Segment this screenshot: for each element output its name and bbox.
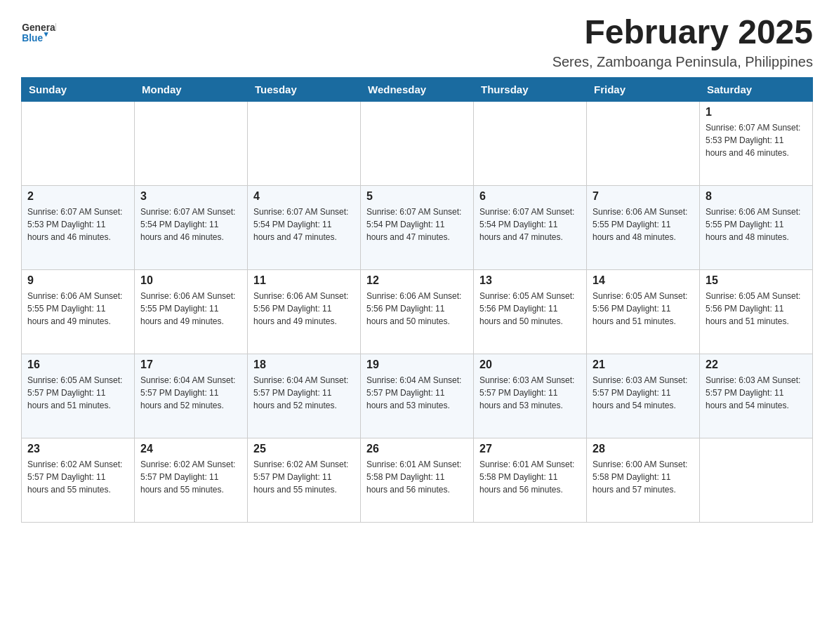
day-number: 28	[593, 443, 694, 455]
day-info: Sunrise: 6:06 AM Sunset: 5:55 PM Dayligh…	[140, 290, 241, 328]
weekday-header-monday: Monday	[135, 77, 248, 101]
week-row-5: 23Sunrise: 6:02 AM Sunset: 5:57 PM Dayli…	[22, 438, 813, 522]
day-info: Sunrise: 6:05 AM Sunset: 5:56 PM Dayligh…	[479, 290, 581, 328]
day-number: 12	[366, 274, 468, 287]
week-row-1: 1Sunrise: 6:07 AM Sunset: 5:53 PM Daylig…	[22, 101, 813, 185]
day-info: Sunrise: 6:05 AM Sunset: 5:56 PM Dayligh…	[593, 290, 694, 328]
day-number: 5	[366, 190, 468, 203]
day-number: 17	[140, 358, 241, 371]
calendar-cell: 23Sunrise: 6:02 AM Sunset: 5:57 PM Dayli…	[22, 438, 135, 522]
calendar-cell: 1Sunrise: 6:07 AM Sunset: 5:53 PM Daylig…	[700, 101, 813, 185]
calendar-cell	[700, 438, 813, 522]
calendar-cell	[135, 101, 248, 185]
day-info: Sunrise: 6:07 AM Sunset: 5:53 PM Dayligh…	[706, 121, 807, 159]
day-number: 26	[366, 443, 468, 455]
calendar-cell: 26Sunrise: 6:01 AM Sunset: 5:58 PM Dayli…	[361, 438, 474, 522]
day-info: Sunrise: 6:05 AM Sunset: 5:57 PM Dayligh…	[27, 374, 128, 412]
day-info: Sunrise: 6:04 AM Sunset: 5:57 PM Dayligh…	[253, 374, 355, 412]
weekday-header-saturday: Saturday	[700, 77, 813, 101]
day-number: 21	[593, 358, 694, 371]
day-number: 24	[140, 443, 241, 455]
day-info: Sunrise: 6:05 AM Sunset: 5:56 PM Dayligh…	[706, 290, 807, 328]
title-block: February 2025 Seres, Zamboanga Peninsula…	[552, 14, 813, 70]
day-number: 8	[706, 190, 807, 203]
logo-svg: General Blue	[21, 14, 56, 49]
day-number: 11	[253, 274, 355, 287]
calendar-cell: 13Sunrise: 6:05 AM Sunset: 5:56 PM Dayli…	[474, 269, 587, 354]
calendar-cell: 12Sunrise: 6:06 AM Sunset: 5:56 PM Dayli…	[361, 269, 474, 354]
day-info: Sunrise: 6:07 AM Sunset: 5:54 PM Dayligh…	[479, 206, 581, 243]
day-info: Sunrise: 6:06 AM Sunset: 5:56 PM Dayligh…	[366, 290, 468, 328]
week-row-3: 9Sunrise: 6:06 AM Sunset: 5:55 PM Daylig…	[22, 269, 813, 354]
day-number: 13	[479, 274, 581, 287]
logo: General Blue	[21, 14, 56, 49]
calendar-cell: 6Sunrise: 6:07 AM Sunset: 5:54 PM Daylig…	[474, 185, 587, 269]
calendar-cell: 27Sunrise: 6:01 AM Sunset: 5:58 PM Dayli…	[474, 438, 587, 522]
day-number: 22	[706, 358, 807, 371]
calendar-cell	[474, 101, 587, 185]
day-number: 27	[479, 443, 581, 455]
calendar-cell	[22, 101, 135, 185]
calendar-cell: 2Sunrise: 6:07 AM Sunset: 5:53 PM Daylig…	[22, 185, 135, 269]
day-number: 20	[479, 358, 581, 371]
day-info: Sunrise: 6:07 AM Sunset: 5:54 PM Dayligh…	[253, 206, 355, 243]
week-row-2: 2Sunrise: 6:07 AM Sunset: 5:53 PM Daylig…	[22, 185, 813, 269]
svg-marker-1	[44, 32, 48, 36]
day-number: 16	[27, 358, 128, 371]
day-info: Sunrise: 6:02 AM Sunset: 5:57 PM Dayligh…	[27, 458, 128, 496]
day-info: Sunrise: 6:03 AM Sunset: 5:57 PM Dayligh…	[593, 374, 694, 412]
calendar-cell	[361, 101, 474, 185]
day-info: Sunrise: 6:00 AM Sunset: 5:58 PM Dayligh…	[593, 458, 694, 496]
weekday-header-thursday: Thursday	[474, 77, 587, 101]
day-info: Sunrise: 6:01 AM Sunset: 5:58 PM Dayligh…	[479, 458, 581, 496]
day-info: Sunrise: 6:03 AM Sunset: 5:57 PM Dayligh…	[479, 374, 581, 412]
calendar-cell: 25Sunrise: 6:02 AM Sunset: 5:57 PM Dayli…	[248, 438, 361, 522]
day-info: Sunrise: 6:04 AM Sunset: 5:57 PM Dayligh…	[140, 374, 241, 412]
calendar-cell: 10Sunrise: 6:06 AM Sunset: 5:55 PM Dayli…	[135, 269, 248, 354]
day-number: 2	[27, 190, 128, 203]
day-number: 1	[706, 106, 807, 119]
week-row-4: 16Sunrise: 6:05 AM Sunset: 5:57 PM Dayli…	[22, 354, 813, 438]
calendar-cell: 18Sunrise: 6:04 AM Sunset: 5:57 PM Dayli…	[248, 354, 361, 438]
day-number: 18	[253, 358, 355, 371]
day-number: 9	[27, 274, 128, 287]
calendar-cell: 19Sunrise: 6:04 AM Sunset: 5:57 PM Dayli…	[361, 354, 474, 438]
day-info: Sunrise: 6:03 AM Sunset: 5:57 PM Dayligh…	[706, 374, 807, 412]
day-number: 6	[479, 190, 581, 203]
svg-text:General: General	[22, 22, 56, 33]
day-number: 23	[27, 443, 128, 455]
calendar-cell: 4Sunrise: 6:07 AM Sunset: 5:54 PM Daylig…	[248, 185, 361, 269]
day-info: Sunrise: 6:06 AM Sunset: 5:55 PM Dayligh…	[27, 290, 128, 328]
weekday-header-sunday: Sunday	[22, 77, 135, 101]
day-number: 10	[140, 274, 241, 287]
day-info: Sunrise: 6:07 AM Sunset: 5:54 PM Dayligh…	[366, 206, 468, 243]
calendar-cell: 14Sunrise: 6:05 AM Sunset: 5:56 PM Dayli…	[587, 269, 700, 354]
calendar-cell: 9Sunrise: 6:06 AM Sunset: 5:55 PM Daylig…	[22, 269, 135, 354]
weekday-header-friday: Friday	[587, 77, 700, 101]
calendar-cell	[248, 101, 361, 185]
day-number: 14	[593, 274, 694, 287]
location-title: Seres, Zamboanga Peninsula, Philippines	[552, 54, 813, 70]
day-info: Sunrise: 6:04 AM Sunset: 5:57 PM Dayligh…	[366, 374, 468, 412]
day-info: Sunrise: 6:01 AM Sunset: 5:58 PM Dayligh…	[366, 458, 468, 496]
day-number: 25	[253, 443, 355, 455]
calendar-cell: 28Sunrise: 6:00 AM Sunset: 5:58 PM Dayli…	[587, 438, 700, 522]
calendar-cell: 3Sunrise: 6:07 AM Sunset: 5:54 PM Daylig…	[135, 185, 248, 269]
day-info: Sunrise: 6:07 AM Sunset: 5:53 PM Dayligh…	[27, 206, 128, 243]
svg-text:Blue: Blue	[22, 33, 43, 43]
calendar-cell: 24Sunrise: 6:02 AM Sunset: 5:57 PM Dayli…	[135, 438, 248, 522]
calendar-cell: 8Sunrise: 6:06 AM Sunset: 5:55 PM Daylig…	[700, 185, 813, 269]
weekday-header-row: SundayMondayTuesdayWednesdayThursdayFrid…	[22, 77, 813, 101]
calendar-cell: 17Sunrise: 6:04 AM Sunset: 5:57 PM Dayli…	[135, 354, 248, 438]
calendar-cell: 20Sunrise: 6:03 AM Sunset: 5:57 PM Dayli…	[474, 354, 587, 438]
day-info: Sunrise: 6:07 AM Sunset: 5:54 PM Dayligh…	[140, 206, 241, 243]
day-number: 4	[253, 190, 355, 203]
weekday-header-wednesday: Wednesday	[361, 77, 474, 101]
calendar-cell: 22Sunrise: 6:03 AM Sunset: 5:57 PM Dayli…	[700, 354, 813, 438]
day-number: 19	[366, 358, 468, 371]
day-info: Sunrise: 6:02 AM Sunset: 5:57 PM Dayligh…	[253, 458, 355, 496]
calendar-cell	[587, 101, 700, 185]
calendar-cell: 15Sunrise: 6:05 AM Sunset: 5:56 PM Dayli…	[700, 269, 813, 354]
calendar-cell: 7Sunrise: 6:06 AM Sunset: 5:55 PM Daylig…	[587, 185, 700, 269]
day-info: Sunrise: 6:06 AM Sunset: 5:56 PM Dayligh…	[253, 290, 355, 328]
